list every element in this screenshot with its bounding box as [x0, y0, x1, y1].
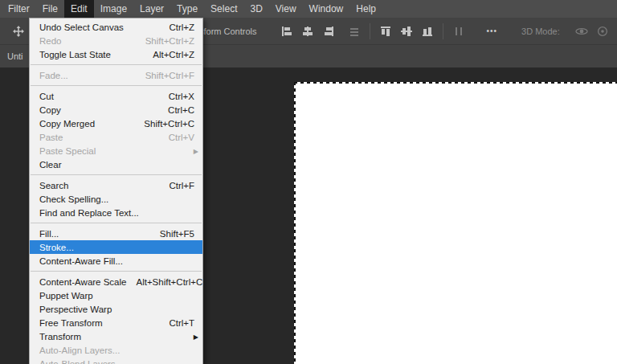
align-bottom-edges-icon[interactable]	[417, 22, 438, 40]
menu-type[interactable]: Type	[170, 0, 204, 18]
menu-item-shortcut: Shift+Ctrl+C	[144, 119, 194, 129]
menu-item-transform[interactable]: Transform ▶	[30, 329, 202, 343]
distribute-icon[interactable]	[344, 22, 365, 40]
menu-item-label: Fill...	[39, 229, 150, 239]
menu-help[interactable]: Help	[349, 0, 382, 18]
menu-item-clear[interactable]: Clear	[30, 157, 202, 171]
menu-item-label: Content-Aware Scale	[39, 277, 126, 287]
menu-item-puppet-warp[interactable]: Puppet Warp	[30, 288, 202, 302]
menu-item-paste-special[interactable]: Paste Special ▶	[30, 144, 202, 157]
document-canvas[interactable]	[296, 84, 617, 364]
menu-item-shortcut: Ctrl+Z	[169, 22, 194, 32]
move-tool-glyph	[12, 25, 25, 38]
menu-layer[interactable]: Layer	[133, 0, 170, 18]
menu-window[interactable]: Window	[303, 0, 350, 18]
menu-item-copy-merged[interactable]: Copy Merged Shift+Ctrl+C	[30, 117, 202, 130]
menu-item-label: Free Transform	[39, 318, 159, 328]
edit-dropdown-menu: Undo Select Canvas Ctrl+Z Redo Shift+Ctr…	[29, 18, 203, 364]
submenu-arrow-icon: ▶	[194, 147, 198, 154]
menu-item-shortcut: Ctrl+C	[168, 105, 194, 115]
menu-item-label: Check Spelling...	[39, 194, 194, 204]
align-left-edges-icon[interactable]	[276, 22, 297, 40]
menu-item-perspective-warp[interactable]: Perspective Warp	[30, 302, 202, 316]
menu-item-label: Search	[39, 181, 159, 190]
menu-separator	[31, 223, 202, 223]
menu-item-label: Paste	[39, 133, 159, 142]
align-right-edges-icon[interactable]	[318, 22, 339, 40]
menu-item-label: Undo Select Canvas	[39, 22, 159, 32]
menu-file[interactable]: File	[36, 0, 64, 18]
transform-controls-label[interactable]: sform Controls	[199, 27, 257, 36]
selection-ants-top	[294, 82, 617, 84]
menu-view[interactable]: View	[269, 0, 303, 18]
menu-item-label: Fade...	[39, 71, 136, 80]
document-tab[interactable]: Unti	[0, 51, 23, 61]
menu-item-label: Transform	[39, 332, 194, 342]
menu-item-label: Copy	[39, 105, 158, 115]
3d-roll-icon[interactable]	[592, 22, 613, 40]
menu-separator	[31, 85, 202, 86]
menu-item-label: Cut	[39, 92, 159, 101]
menu-item-label: Find and Replace Text...	[39, 208, 194, 218]
menu-item-label: Redo	[39, 36, 136, 46]
menu-item-content-aware-fill[interactable]: Content-Aware Fill...	[30, 254, 202, 268]
menu-item-stroke[interactable]: Stroke...	[30, 240, 202, 254]
menu-item-shortcut: Ctrl+X	[169, 92, 194, 101]
menu-item-find-and-replace-text[interactable]: Find and Replace Text...	[30, 206, 202, 219]
menu-item-toggle-last-state[interactable]: Toggle Last State Alt+Ctrl+Z	[30, 47, 202, 61]
menu-separator	[31, 271, 202, 272]
menu-item-shortcut: Ctrl+F	[169, 181, 194, 190]
submenu-arrow-icon: ▶	[194, 333, 198, 340]
menu-item-copy[interactable]: Copy Ctrl+C	[30, 103, 202, 117]
menu-item-shortcut: Ctrl+V	[169, 133, 194, 142]
menu-separator	[31, 64, 202, 65]
menu-item-fade[interactable]: Fade... Shift+Ctrl+F	[30, 68, 202, 82]
options-separator	[370, 23, 370, 39]
menu-item-label: Puppet Warp	[39, 291, 194, 301]
menu-item-cut[interactable]: Cut Ctrl+X	[30, 89, 202, 103]
menu-item-auto-blend-layers[interactable]: Auto-Blend Layers...	[30, 357, 202, 364]
menu-item-shortcut: Shift+F5	[160, 229, 194, 239]
align-horizontal-centers-icon[interactable]	[297, 22, 318, 40]
menu-item-label: Stroke...	[39, 243, 194, 252]
menu-item-redo[interactable]: Redo Shift+Ctrl+Z	[30, 34, 202, 47]
menu-item-shortcut: Ctrl+T	[169, 318, 194, 328]
menu-item-paste[interactable]: Paste Ctrl+V	[30, 130, 202, 144]
menu-item-label: Perspective Warp	[39, 305, 194, 314]
menu-item-fill[interactable]: Fill... Shift+F5	[30, 227, 202, 240]
menu-item-label: Auto-Align Layers...	[39, 346, 194, 355]
3d-orbit-icon[interactable]	[571, 22, 592, 40]
move-tool-icon[interactable]	[8, 22, 29, 40]
menu-item-label: Clear	[39, 160, 194, 170]
menu-item-search[interactable]: Search Ctrl+F	[30, 178, 202, 192]
menu-filter[interactable]: Filter	[2, 0, 36, 18]
3d-mode-label: 3D Mode:	[521, 27, 560, 36]
menu-item-undo-select-canvas[interactable]: Undo Select Canvas Ctrl+Z	[30, 20, 202, 34]
menu-item-label: Auto-Blend Layers...	[39, 359, 194, 364]
menu-separator	[31, 174, 202, 175]
distribute-horizontal-centers-icon[interactable]	[448, 22, 469, 40]
menu-item-shortcut: Shift+Ctrl+F	[145, 71, 194, 80]
menu-bar: File Edit Image Layer Type Select 3D Fil…	[0, 0, 617, 18]
menu-item-label: Content-Aware Fill...	[39, 256, 194, 266]
selection-ants-left	[294, 82, 296, 364]
menu-3d[interactable]: 3D	[243, 0, 268, 18]
menu-item-label: Paste Special	[39, 146, 194, 156]
menu-item-label: Copy Merged	[39, 119, 134, 129]
menu-item-check-spelling[interactable]: Check Spelling...	[30, 192, 202, 206]
menu-image[interactable]: Image	[94, 0, 133, 18]
menu-item-auto-align-layers[interactable]: Auto-Align Layers...	[30, 343, 202, 357]
menu-item-shortcut: Shift+Ctrl+Z	[145, 36, 194, 46]
align-vertical-centers-icon[interactable]	[396, 22, 417, 40]
align-top-edges-icon[interactable]	[375, 22, 396, 40]
menu-edit[interactable]: Edit	[64, 0, 94, 18]
options-separator	[443, 23, 443, 39]
menu-item-shortcut: Alt+Ctrl+Z	[153, 50, 194, 59]
menu-item-shortcut: Alt+Shift+Ctrl+C	[136, 277, 202, 287]
menu-select[interactable]: Select	[204, 0, 243, 18]
menu-item-free-transform[interactable]: Free Transform Ctrl+T	[30, 316, 202, 329]
3d-pan-icon[interactable]	[613, 22, 617, 40]
more-options-button[interactable]: •••	[480, 27, 505, 35]
menu-item-label: Toggle Last State	[39, 50, 143, 59]
menu-item-content-aware-scale[interactable]: Content-Aware Scale Alt+Shift+Ctrl+C	[30, 275, 202, 288]
